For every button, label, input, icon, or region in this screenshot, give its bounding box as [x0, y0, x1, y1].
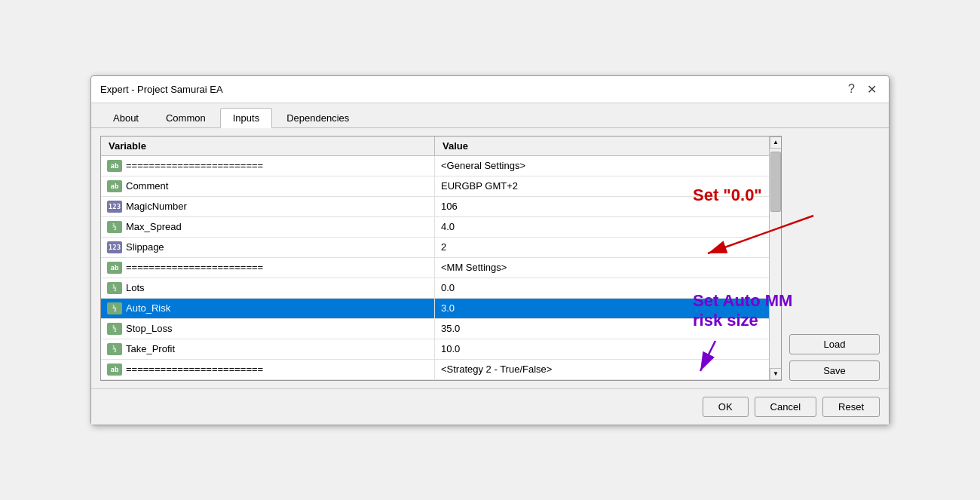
variable-cell: 123 Slippage [101, 238, 435, 257]
table-row[interactable]: 123 MagicNumber 106 [101, 197, 769, 217]
table-row[interactable]: ½ Lots 0.0 [101, 278, 769, 299]
variable-cell: 123 MagicNumber [101, 197, 435, 216]
value-cell[interactable]: 10.0 [435, 339, 769, 359]
save-button[interactable]: Save [789, 360, 880, 381]
reset-button[interactable]: Reset [822, 397, 880, 417]
parameters-table: Variable Value ab ======================… [101, 137, 769, 380]
icon-ab: ab [107, 363, 122, 376]
table-row-selected[interactable]: ½ Auto_Risk 3.0 [101, 299, 769, 319]
table-row[interactable]: ab ======================== <MM Settings… [101, 258, 769, 278]
help-button[interactable]: ? [845, 82, 858, 96]
window-title: Expert - Project Samurai EA [100, 84, 223, 95]
title-bar: Expert - Project Samurai EA ? ✕ [91, 76, 889, 103]
variable-cell: ab ======================== [101, 360, 435, 379]
icon-ab: ab [107, 262, 122, 274]
value-cell[interactable]: <General Settings> [435, 156, 769, 176]
tab-inputs[interactable]: Inputs [220, 108, 272, 128]
parameters-table-wrapper: Variable Value ab ======================… [100, 136, 782, 381]
spacer [789, 136, 880, 328]
value-cell[interactable]: 3.0 [435, 299, 769, 318]
load-button[interactable]: Load [789, 334, 880, 354]
variable-cell: ab ======================== [101, 258, 435, 278]
cancel-button[interactable]: Cancel [755, 397, 816, 417]
scrollbar-down-button[interactable]: ▼ [770, 368, 782, 380]
table-row[interactable]: ab ======================== <General Set… [101, 156, 769, 176]
tab-dependencies[interactable]: Dependencies [274, 108, 362, 127]
scrollbar-thumb[interactable] [770, 152, 781, 212]
table-row[interactable]: 123 Slippage 2 [101, 238, 769, 258]
table-row[interactable]: ½ Max_Spread 4.0 [101, 217, 769, 238]
tab-bar: About Common Inputs Dependencies [91, 103, 889, 128]
dialog-footer: OK Cancel Reset [91, 388, 889, 425]
value-cell[interactable]: 2 [435, 238, 769, 257]
expert-dialog: Expert - Project Samurai EA ? ✕ About Co… [90, 75, 890, 425]
table-row[interactable]: ½ Take_Profit 10.0 [101, 339, 769, 360]
header-value: Value [435, 137, 769, 155]
icon-ab: ab [107, 160, 122, 172]
value-cell[interactable]: 106 [435, 197, 769, 216]
value-cell[interactable]: <MM Settings> [435, 258, 769, 278]
icon-v2: ½ [107, 282, 122, 294]
variable-cell: ab Comment [101, 176, 435, 196]
table-header: Variable Value [101, 137, 769, 156]
icon-123: 123 [107, 201, 122, 213]
table-row[interactable]: ab ======================== <Strategy 2 … [101, 360, 769, 380]
variable-cell: ½ Take_Profit [101, 339, 435, 359]
table-row[interactable]: ½ Stop_Loss 35.0 [101, 319, 769, 339]
variable-cell: ½ Auto_Risk [101, 299, 435, 318]
variable-cell: ½ Lots [101, 278, 435, 298]
icon-123: 123 [107, 241, 122, 253]
table-body: ab ======================== <General Set… [101, 156, 769, 380]
value-cell[interactable]: EURGBP GMT+2 [435, 176, 769, 196]
icon-v2: ½ [107, 302, 122, 314]
scrollbar[interactable]: ▲ ▼ [769, 137, 781, 380]
content-area: Variable Value ab ======================… [91, 128, 889, 388]
value-cell[interactable]: 0.0 [435, 278, 769, 298]
tab-about[interactable]: About [100, 108, 152, 127]
value-cell[interactable]: 35.0 [435, 319, 769, 339]
ok-button[interactable]: OK [703, 397, 749, 417]
header-variable: Variable [101, 137, 435, 155]
icon-v2: ½ [107, 323, 122, 335]
value-cell[interactable]: <Strategy 2 - True/False> [435, 360, 769, 379]
table-row[interactable]: ab Comment EURGBP GMT+2 [101, 176, 769, 197]
close-button[interactable]: ✕ [864, 82, 880, 97]
icon-ab: ab [107, 180, 122, 192]
icon-v2: ½ [107, 343, 122, 355]
value-cell[interactable]: 4.0 [435, 217, 769, 237]
tab-common[interactable]: Common [153, 108, 219, 127]
title-controls: ? ✕ [845, 82, 880, 97]
side-panel: Load Save [789, 136, 880, 381]
variable-cell: ab ======================== [101, 156, 435, 176]
scrollbar-up-button[interactable]: ▲ [770, 137, 782, 149]
icon-v2: ½ [107, 221, 122, 233]
variable-cell: ½ Stop_Loss [101, 319, 435, 339]
variable-cell: ½ Max_Spread [101, 217, 435, 237]
